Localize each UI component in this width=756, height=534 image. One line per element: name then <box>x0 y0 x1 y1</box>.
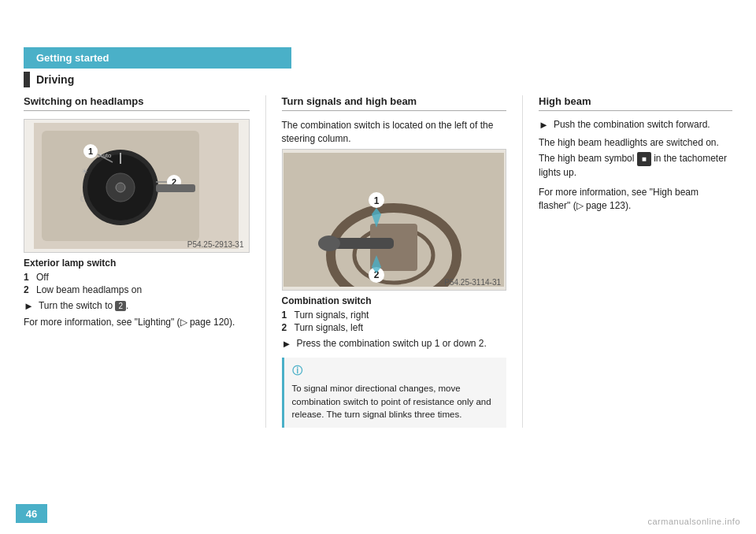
headlamp-item-2: 2 Low beam headlamps on <box>24 284 250 295</box>
signals-item-1: 1 Turn signals, right <box>282 310 507 321</box>
subsection-label: Driving <box>24 72 732 87</box>
signals-bullet-arrow: ► <box>282 338 292 350</box>
page-number: 46 <box>16 504 47 523</box>
highbeam-icon: ■ <box>637 152 651 166</box>
signals-item-2: 2 Turn signals, left <box>282 322 507 333</box>
info-box: ⓘ To signal minor directional changes, m… <box>282 358 507 428</box>
svg-rect-15 <box>156 184 195 192</box>
headlamp-bullet: ► Turn the switch to 2. <box>24 300 250 313</box>
headlamp-caption: Exterior lamp switch <box>24 258 250 269</box>
switch-caption: Combination switch <box>282 295 507 306</box>
section-header: Getting started <box>24 47 291 69</box>
svg-text:1: 1 <box>374 195 380 206</box>
bullet-arrow-icon: ► <box>24 300 34 313</box>
svg-text:☀: ☀ <box>81 167 88 176</box>
headlamp-switch-image: Auto ☀ ☾ 1 2 <box>24 119 250 253</box>
headlamp-bullet-text: Turn the switch to 2. <box>39 300 129 311</box>
signals-intro: The combination switch is located on the… <box>282 119 507 146</box>
col-signals-heading: Turn signals and high beam <box>282 95 507 111</box>
highbeam-bullet-arrow: ► <box>539 119 549 132</box>
highbeam-bullet: ► Push the combination switch forward. <box>539 119 732 132</box>
page-wrapper: Getting started Driving Switching on hea… <box>0 0 756 534</box>
watermark: carmanualsonline.info <box>647 517 740 526</box>
svg-text:☾: ☾ <box>80 195 87 203</box>
item-1-num: 1 <box>24 272 33 283</box>
info-text: To signal minor directional changes, mov… <box>292 382 499 421</box>
col-headlamps: Switching on headlamps Auto <box>24 95 265 428</box>
signals-bullet-text: Press the combination switch up 1 or dow… <box>296 338 486 349</box>
highbeam-line1: The high beam headlights are switched on… <box>539 136 732 150</box>
content-columns: Switching on headlamps Auto <box>24 95 732 428</box>
highbeam-body: For more information, see "High beam fla… <box>539 186 732 213</box>
headlamp-item-1: 1 Off <box>24 272 250 283</box>
col-turn-signals: Turn signals and high beam The combinati… <box>265 95 523 428</box>
knob-illustration: Auto ☀ ☾ 1 2 <box>34 123 239 249</box>
highbeam-symbol-line: The high beam symbol ■ in the tachometer… <box>539 152 732 180</box>
col-highbeam-heading: High beam <box>539 95 732 111</box>
svg-point-22 <box>318 235 340 251</box>
item-2-text: Low beam headlamps on <box>36 284 142 295</box>
item-2-num: 2 <box>24 284 33 295</box>
signals-item-1-num: 1 <box>282 310 291 321</box>
switch-icon: 2 <box>115 301 126 311</box>
item-1-text: Off <box>36 272 49 283</box>
highbeam-bullet-text: Push the combination switch forward. <box>554 119 710 130</box>
signals-item-2-num: 2 <box>282 322 291 333</box>
combination-switch-image: 1 2 P54.25-3114-31 <box>282 149 507 291</box>
info-icon: ⓘ <box>292 364 499 379</box>
headlamp-image-code: P54.25-2913-31 <box>187 240 244 249</box>
switch-image-code: P54.25-3114-31 <box>444 278 501 287</box>
switch-illustration: 1 2 <box>284 153 504 287</box>
subsection-title: Driving <box>36 73 74 86</box>
signals-item-1-text: Turn signals, right <box>295 310 369 321</box>
svg-text:1: 1 <box>88 146 93 156</box>
signals-item-2-text: Turn signals, left <box>295 322 364 333</box>
section-bar-decoration <box>24 72 30 87</box>
col-headlamps-heading: Switching on headlamps <box>24 95 250 111</box>
col-high-beam: High beam ► Push the combination switch … <box>522 95 732 428</box>
signals-bullet: ► Press the combination switch up 1 or d… <box>282 338 507 350</box>
section-title: Getting started <box>36 52 109 64</box>
svg-point-16 <box>116 183 125 192</box>
headlamp-body-text: For more information, see "Lighting" (▷ … <box>24 316 250 329</box>
